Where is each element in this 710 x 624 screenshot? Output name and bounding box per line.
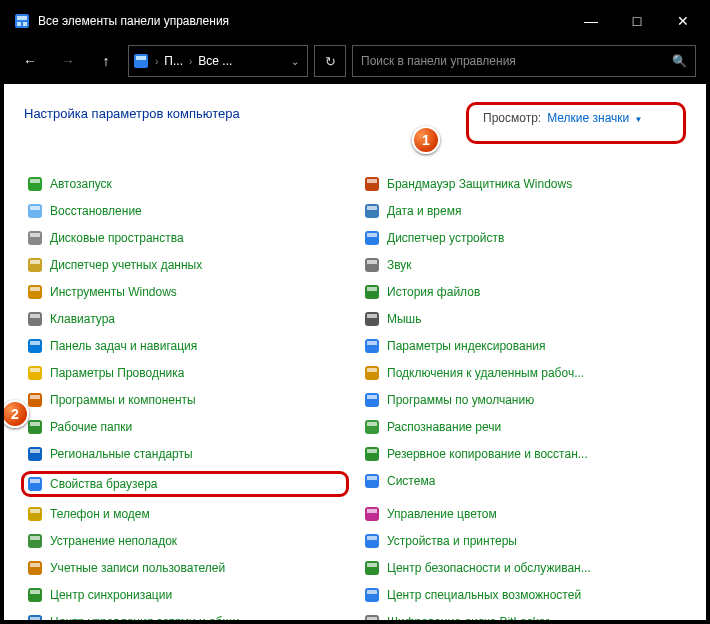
- tools-icon: [26, 283, 44, 301]
- item-label: Параметры Проводника: [50, 366, 184, 380]
- svg-rect-33: [367, 341, 377, 345]
- svg-rect-21: [367, 260, 377, 264]
- firewall-icon: [363, 175, 381, 193]
- svg-rect-2: [17, 22, 21, 26]
- history-icon: [363, 283, 381, 301]
- control-panel-item[interactable]: Свойства браузера: [21, 471, 349, 497]
- item-label: Устройства и принтеры: [387, 534, 517, 548]
- svg-rect-25: [367, 287, 377, 291]
- back-button[interactable]: ←: [14, 45, 46, 77]
- storage-icon: [26, 229, 44, 247]
- mouse-icon: [363, 310, 381, 328]
- remote-icon: [363, 364, 381, 382]
- control-panel-item[interactable]: Центр синхронизации: [24, 585, 349, 605]
- breadcrumb-seg[interactable]: Все ...: [198, 54, 232, 68]
- item-label: Подключения к удаленным рабоч...: [387, 366, 584, 380]
- access-icon: [363, 586, 381, 604]
- item-label: Учетные записи пользователей: [50, 561, 225, 575]
- item-label: Панель задач и навигация: [50, 339, 197, 353]
- svg-rect-35: [30, 368, 40, 372]
- maximize-button[interactable]: □: [614, 4, 660, 38]
- close-button[interactable]: ✕: [660, 4, 706, 38]
- forward-button[interactable]: →: [52, 45, 84, 77]
- sync-icon: [26, 586, 44, 604]
- svg-rect-45: [367, 422, 377, 426]
- control-panel-item[interactable]: Управление цветом: [361, 504, 686, 524]
- item-label: Региональные стандарты: [50, 447, 193, 461]
- internet-opts-icon: [26, 475, 44, 493]
- chevron-down-icon: ▼: [635, 115, 643, 124]
- control-panel-item[interactable]: Программы по умолчанию: [361, 390, 686, 410]
- control-panel-item[interactable]: Диспетчер устройств: [361, 228, 686, 248]
- view-by-box: Просмотр: Мелкие значки ▼: [466, 102, 686, 144]
- item-label: Распознавание речи: [387, 420, 501, 434]
- control-panel-item[interactable]: Устранение неполадок: [24, 531, 349, 551]
- chevron-right-icon: ›: [187, 56, 194, 67]
- control-panel-item[interactable]: Инструменты Windows: [24, 282, 349, 302]
- svg-rect-47: [30, 449, 40, 453]
- control-panel-item[interactable]: Центр безопасности и обслуживан...: [361, 558, 686, 578]
- control-panel-item[interactable]: Панель задач и навигация: [24, 336, 349, 356]
- control-panel-item[interactable]: История файлов: [361, 282, 686, 302]
- window-controls: — □ ✕: [568, 4, 706, 38]
- control-panel-item[interactable]: Восстановление: [24, 201, 349, 221]
- breadcrumb[interactable]: › П... › Все ... ⌄: [128, 45, 308, 77]
- explorer-opts-icon: [26, 364, 44, 382]
- svg-rect-57: [367, 509, 377, 513]
- svg-rect-55: [30, 509, 40, 513]
- datetime-icon: [363, 202, 381, 220]
- control-panel-item[interactable]: Параметры Проводника: [24, 363, 349, 383]
- minimize-button[interactable]: —: [568, 4, 614, 38]
- svg-rect-61: [367, 536, 377, 540]
- control-panel-item[interactable]: Система: [361, 471, 686, 491]
- control-panel-item[interactable]: Телефон и модем: [24, 504, 349, 524]
- control-panel-item[interactable]: Параметры индексирования: [361, 336, 686, 356]
- control-panel-item[interactable]: Рабочие папки: [24, 417, 349, 437]
- control-panel-item[interactable]: Региональные стандарты: [24, 444, 349, 464]
- svg-rect-31: [30, 341, 40, 345]
- svg-rect-3: [23, 22, 27, 26]
- breadcrumb-seg[interactable]: П...: [164, 54, 183, 68]
- window-title: Все элементы панели управления: [38, 14, 568, 28]
- items-grid: АвтозапускБрандмауэр Защитника WindowsВо…: [24, 174, 686, 620]
- control-panel-item[interactable]: Программы и компоненты: [24, 390, 349, 410]
- control-panel-item[interactable]: Автозапуск: [24, 174, 349, 194]
- chevron-right-icon: ›: [153, 56, 160, 67]
- control-panel-item[interactable]: Учетные записи пользователей: [24, 558, 349, 578]
- control-panel-item[interactable]: Центр управления сетями и общи...: [24, 612, 349, 620]
- item-label: Рабочие папки: [50, 420, 132, 434]
- up-button[interactable]: ↑: [90, 45, 122, 77]
- control-panel-item[interactable]: Подключения к удаленным рабоч...: [361, 363, 686, 383]
- control-panel-item[interactable]: Диспетчер учетных данных: [24, 255, 349, 275]
- item-label: Центр безопасности и обслуживан...: [387, 561, 591, 575]
- taskbar-icon: [26, 337, 44, 355]
- callout-1: 1: [412, 126, 440, 154]
- devmgr-icon: [363, 229, 381, 247]
- control-panel-item[interactable]: Распознавание речи: [361, 417, 686, 437]
- svg-rect-59: [30, 536, 40, 540]
- item-label: Программы и компоненты: [50, 393, 196, 407]
- svg-rect-15: [30, 233, 40, 237]
- svg-rect-1: [17, 16, 27, 20]
- system-icon: [363, 472, 381, 490]
- control-panel-item[interactable]: Дата и время: [361, 201, 686, 221]
- view-by-dropdown[interactable]: Мелкие значки ▼: [547, 111, 642, 125]
- users-icon: [26, 559, 44, 577]
- control-panel-item[interactable]: Дисковые пространства: [24, 228, 349, 248]
- chevron-down-icon[interactable]: ⌄: [287, 56, 303, 67]
- control-panel-item[interactable]: Резервное копирование и восстан...: [361, 444, 686, 464]
- control-panel-item[interactable]: Шифрование диска BitLocker: [361, 612, 686, 620]
- svg-rect-9: [367, 179, 377, 183]
- phone-icon: [26, 505, 44, 523]
- control-panel-item[interactable]: Мышь: [361, 309, 686, 329]
- control-panel-item[interactable]: Устройства и принтеры: [361, 531, 686, 551]
- control-panel-item[interactable]: Звук: [361, 255, 686, 275]
- refresh-button[interactable]: ↻: [314, 45, 346, 77]
- search-input[interactable]: Поиск в панели управления 🔍: [352, 45, 696, 77]
- svg-rect-19: [30, 260, 40, 264]
- control-panel-item[interactable]: Клавиатура: [24, 309, 349, 329]
- item-label: Брандмауэр Защитника Windows: [387, 177, 572, 191]
- svg-rect-67: [30, 590, 40, 594]
- control-panel-item[interactable]: Центр специальных возможностей: [361, 585, 686, 605]
- control-panel-item[interactable]: Брандмауэр Защитника Windows: [361, 174, 686, 194]
